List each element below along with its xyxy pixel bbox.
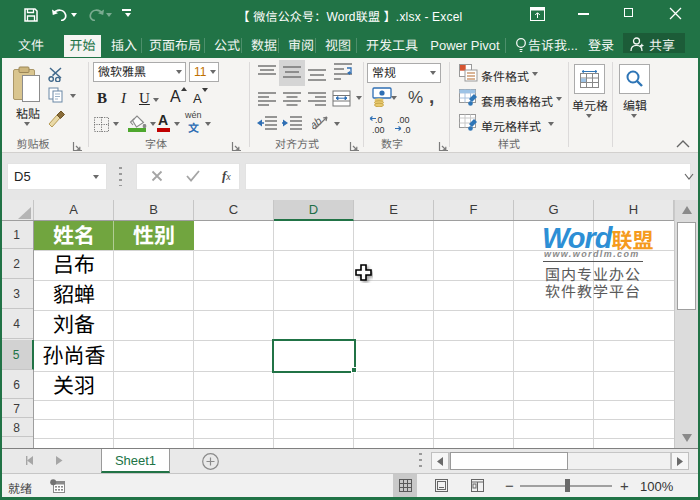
svg-text:ab: ab: [312, 114, 324, 131]
svg-text:.00: .00: [397, 115, 410, 125]
svg-text:.0: .0: [375, 115, 383, 125]
svg-text:.0: .0: [403, 125, 411, 135]
svg-text:.00: .00: [372, 125, 385, 135]
